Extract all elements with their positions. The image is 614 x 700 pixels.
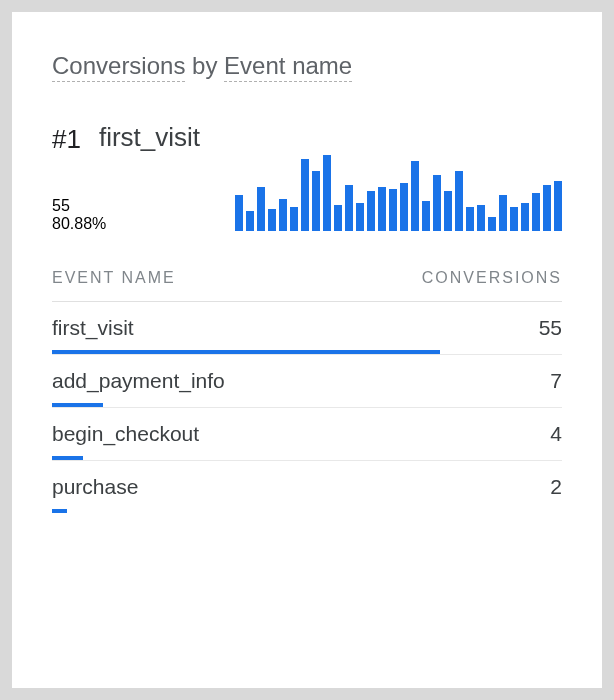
table-row-line: add_payment_info7 — [52, 369, 562, 393]
sparkline-bar — [389, 189, 397, 231]
sparkline-bar — [367, 191, 375, 231]
sparkline-bar — [257, 187, 265, 231]
table-row[interactable]: add_payment_info7 — [52, 355, 562, 408]
sparkline-bar — [521, 203, 529, 231]
row-event-name: add_payment_info — [52, 369, 225, 393]
title-metric[interactable]: Conversions — [52, 52, 185, 82]
table-body: first_visit55add_payment_info7begin_chec… — [52, 302, 562, 513]
table-row-line: first_visit55 — [52, 316, 562, 340]
sparkline-bar — [455, 171, 463, 231]
hero-event-name: first_visit — [99, 122, 200, 153]
hero-pct: 80.88% — [52, 215, 106, 233]
sparkline-bar — [235, 195, 243, 231]
row-conversions: 7 — [550, 369, 562, 393]
hero-metrics: 55 80.88% — [52, 197, 106, 233]
table-row-line: purchase2 — [52, 475, 562, 499]
sparkline-bar — [334, 205, 342, 231]
row-bar — [52, 350, 440, 354]
sparkline-bar — [422, 201, 430, 231]
row-bar — [52, 509, 67, 513]
col-event-name: EVENT NAME — [52, 269, 176, 287]
sparkline-bar — [543, 185, 551, 231]
sparkline-bar — [433, 175, 441, 231]
table-row-line: begin_checkout4 — [52, 422, 562, 446]
sparkline-bar — [323, 155, 331, 231]
row-event-name: first_visit — [52, 316, 134, 340]
sparkline-bar — [532, 193, 540, 231]
row-bar-track — [52, 456, 562, 460]
title-dimension[interactable]: Event name — [224, 52, 352, 82]
row-event-name: purchase — [52, 475, 138, 499]
col-conversions: CONVERSIONS — [422, 269, 562, 287]
sparkline-bar — [356, 203, 364, 231]
sparkline-bar — [312, 171, 320, 231]
sparkline-bar — [510, 207, 518, 231]
sparkline-bar — [290, 207, 298, 231]
sparkline-bar — [301, 159, 309, 231]
card-title: Conversions by Event name — [52, 52, 562, 80]
sparkline-bar — [400, 183, 408, 231]
hero-section: #1 first_visit — [52, 122, 562, 155]
sparkline-bar — [378, 187, 386, 231]
hero-metrics-row: 55 80.88% — [52, 155, 562, 233]
title-mid: by — [185, 52, 224, 79]
sparkline-bar — [268, 209, 276, 231]
sparkline-chart — [235, 155, 562, 231]
row-conversions: 55 — [539, 316, 562, 340]
sparkline-bar — [279, 199, 287, 231]
analytics-card: Conversions by Event name #1 first_visit… — [12, 12, 602, 688]
sparkline-bar — [444, 191, 452, 231]
sparkline-bar — [499, 195, 507, 231]
row-conversions: 4 — [550, 422, 562, 446]
sparkline-bar — [488, 217, 496, 231]
row-bar — [52, 403, 103, 407]
table-row[interactable]: purchase2 — [52, 461, 562, 513]
row-conversions: 2 — [550, 475, 562, 499]
table-row[interactable]: begin_checkout4 — [52, 408, 562, 461]
sparkline-bar — [477, 205, 485, 231]
sparkline-bar — [466, 207, 474, 231]
sparkline-bar — [246, 211, 254, 231]
hero-value: 55 — [52, 197, 106, 215]
row-event-name: begin_checkout — [52, 422, 199, 446]
sparkline-bar — [411, 161, 419, 231]
row-bar — [52, 456, 83, 460]
table-header: EVENT NAME CONVERSIONS — [52, 269, 562, 302]
event-table: EVENT NAME CONVERSIONS first_visit55add_… — [52, 269, 562, 513]
sparkline-bar — [554, 181, 562, 231]
row-bar-track — [52, 403, 562, 407]
row-bar-track — [52, 509, 562, 513]
row-bar-track — [52, 350, 562, 354]
sparkline-bar — [345, 185, 353, 231]
hero-rank: #1 — [52, 122, 81, 155]
table-row[interactable]: first_visit55 — [52, 302, 562, 355]
